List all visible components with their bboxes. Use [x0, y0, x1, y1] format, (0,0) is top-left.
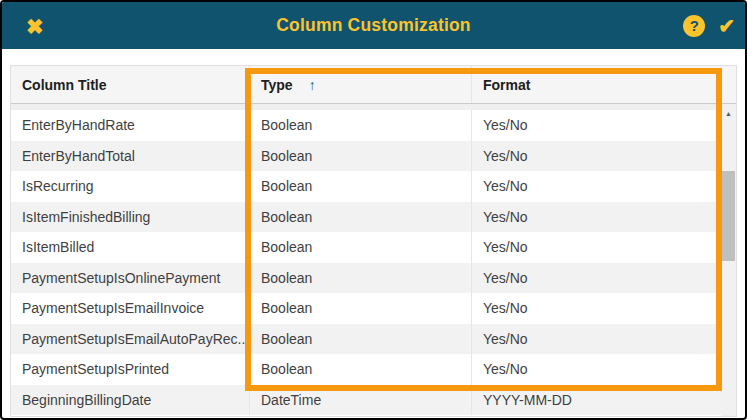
cell-format: Yes/No	[471, 324, 723, 355]
cell-type: DateTime	[249, 385, 471, 416]
cell-format: Yes/No	[471, 141, 723, 172]
table-row[interactable]: PaymentSetupIsEmailInvoice Boolean Yes/N…	[11, 293, 723, 324]
cell-type: Boolean	[249, 324, 471, 355]
cell-format: Yes/No	[471, 354, 723, 385]
cell-type: Boolean	[249, 202, 471, 233]
column-header-label: Column Title	[22, 77, 107, 93]
table-row[interactable]: IsItemFinishedBilling Boolean Yes/No	[11, 202, 723, 233]
cell-format: Yes/No	[471, 202, 723, 233]
column-customization-dialog: ✖ Column Customization ? ✔ Column Title …	[0, 0, 747, 420]
columns-table: Column Title Type ↑ Format EnterByHandRa…	[10, 65, 737, 417]
column-header-label: Format	[483, 77, 530, 93]
scroll-up-icon[interactable]: ▲	[721, 106, 736, 120]
cell-column-title: PaymentSetupIsEmailAutoPayRec...	[11, 324, 249, 355]
cell-format: YYYY-MM-DD	[471, 385, 723, 416]
cell-column-title: BeginningBillingDate	[11, 385, 249, 416]
cell-type: Boolean	[249, 232, 471, 263]
table-row[interactable]: EnterByHandRate Boolean Yes/No	[11, 110, 723, 141]
cell-type: Boolean	[249, 110, 471, 141]
table-row[interactable]: EnterByHandTotal Boolean Yes/No	[11, 141, 723, 172]
table-body-rows: EnterByHandRate Boolean Yes/No EnterByHa…	[11, 110, 723, 415]
cell-format: Yes/No	[471, 232, 723, 263]
cell-type: Boolean	[249, 141, 471, 172]
column-header-type[interactable]: Type ↑	[249, 66, 471, 103]
table-header-row: Column Title Type ↑ Format	[11, 66, 736, 104]
table-row[interactable]: IsItemBilled Boolean Yes/No	[11, 232, 723, 263]
cell-format: Yes/No	[471, 171, 723, 202]
cell-column-title: IsItemBilled	[11, 232, 249, 263]
column-header-format[interactable]: Format	[471, 66, 723, 103]
dialog-titlebar: ✖ Column Customization ? ✔	[2, 2, 745, 49]
titlebar-actions: ? ✔	[683, 2, 735, 49]
cell-column-title: EnterByHandTotal	[11, 141, 249, 172]
column-header-label: Type	[261, 77, 293, 93]
cell-column-title: PaymentSetupIsPrinted	[11, 354, 249, 385]
cell-type: Boolean	[249, 293, 471, 324]
table-row[interactable]: IsRecurring Boolean Yes/No	[11, 171, 723, 202]
column-header-column-title[interactable]: Column Title	[11, 66, 249, 103]
cell-format: Yes/No	[471, 293, 723, 324]
table-row[interactable]: BeginningBillingDate DateTime YYYY-MM-DD	[11, 385, 723, 416]
cell-type: Boolean	[249, 263, 471, 294]
cell-type: Boolean	[249, 354, 471, 385]
table-row[interactable]: PaymentSetupIsOnlinePayment Boolean Yes/…	[11, 263, 723, 294]
cell-format: Yes/No	[471, 263, 723, 294]
cell-column-title: PaymentSetupIsOnlinePayment	[11, 263, 249, 294]
sort-ascending-icon: ↑	[309, 77, 316, 93]
page-title: Column Customization	[2, 2, 745, 49]
help-icon[interactable]: ?	[683, 15, 705, 37]
vertical-scrollbar[interactable]: ▲	[721, 104, 736, 416]
cell-column-title: IsItemFinishedBilling	[11, 202, 249, 233]
table-row[interactable]: PaymentSetupIsEmailAutoPayRec... Boolean…	[11, 324, 723, 355]
table-row[interactable]: PaymentSetupIsPrinted Boolean Yes/No	[11, 354, 723, 385]
cell-column-title: IsRecurring	[11, 171, 249, 202]
table-body: EnterByHandRate Boolean Yes/No EnterByHa…	[11, 104, 736, 416]
cell-format: Yes/No	[471, 110, 723, 141]
cell-column-title: PaymentSetupIsEmailInvoice	[11, 293, 249, 324]
cell-column-title: EnterByHandRate	[11, 110, 249, 141]
confirm-check-icon[interactable]: ✔	[718, 16, 735, 36]
scrollbar-thumb[interactable]	[722, 171, 735, 261]
cell-type: Boolean	[249, 171, 471, 202]
